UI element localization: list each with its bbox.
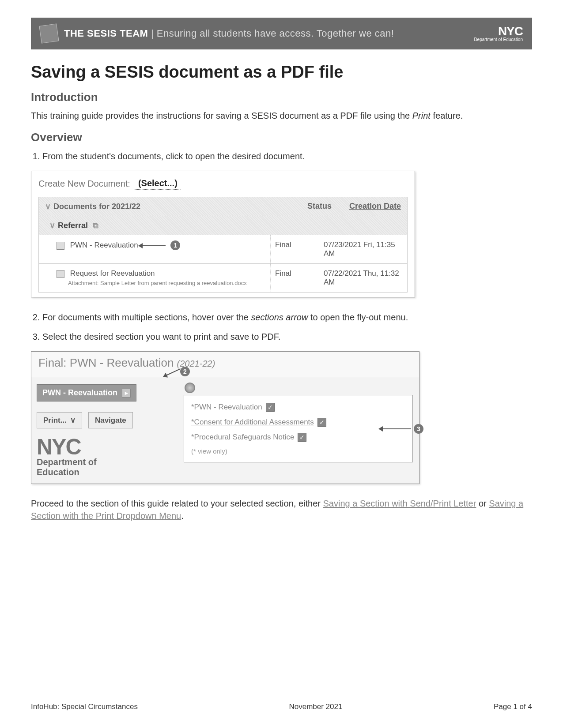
shot2-logo: NYC Department of Education [37, 437, 178, 477]
doc-name[interactable]: Request for Reevaluation [70, 269, 155, 278]
copy-icon: ⧉ [93, 221, 98, 230]
step-3: Select the desired section you want to p… [42, 330, 532, 343]
check-icon: ✓ [317, 418, 326, 427]
callout-marker-1: 1 [170, 240, 180, 250]
intro-paragraph: This training guide provides the instruc… [31, 109, 532, 122]
arrow-left-icon [142, 245, 166, 246]
banner-text: THE SESIS TEAM | Ensuring all students h… [64, 28, 394, 39]
chevron-down-icon: ∨ [49, 221, 55, 230]
flyout-note: (* view only) [189, 445, 407, 458]
dept-line1: Department of [37, 457, 178, 467]
footer-left: InfoHub: Special Circumstances [31, 702, 138, 711]
check-icon: ✓ [298, 433, 306, 442]
overview-heading: Overview [31, 131, 532, 144]
flyout-label: *Consent for Additional Assessments [191, 418, 314, 427]
section-tab[interactable]: PWN - Reevaluation ▸ [37, 384, 136, 402]
shot2-title-bar: Final: PWN - Reevaluation (2021-22) 2 [31, 352, 419, 378]
closing-paragraph: Proceed to the section of this guide rel… [31, 497, 532, 522]
table-row[interactable]: Request for Reevaluation Attachment: Sam… [38, 264, 408, 293]
callout-marker-2-wrap: 2 [166, 375, 190, 376]
navigate-button[interactable]: Navigate [88, 412, 133, 428]
toolbar: Print... ∨ Navigate [37, 412, 178, 428]
footer-right: Page 1 of 4 [494, 702, 532, 711]
arrow-diag-icon [166, 368, 181, 376]
subgroup-row[interactable]: ∨Referral ⧉ [38, 216, 408, 235]
nyc-logo-sub: Department of Education [474, 38, 523, 42]
col-group[interactable]: ∨Documents for 2021/22 [45, 202, 140, 211]
callout-marker-3: 3 [414, 424, 423, 434]
banner-left: THE SESIS TEAM | Ensuring all students h… [40, 25, 394, 42]
sections-arrow-icon[interactable]: ▸ [122, 389, 131, 398]
doc-name[interactable]: PWN - Reevaluation [70, 241, 138, 249]
check-icon: ✓ [266, 403, 275, 412]
create-label: Create New Document: [38, 179, 130, 189]
flyout-item[interactable]: *Consent for Additional Assessments ✓ [189, 415, 407, 430]
arrow-left-icon [382, 428, 411, 429]
dept-line2: Education [37, 467, 178, 477]
doc-status: Final [270, 264, 319, 292]
col-date: Creation Date [349, 202, 401, 211]
steps-list-2: For documents with multiple sections, ho… [42, 311, 532, 343]
doc-status: Final [270, 235, 319, 263]
doc-name-cell: PWN - Reevaluation 1 [39, 235, 270, 263]
step-2: For documents with multiple sections, ho… [42, 311, 532, 324]
intro-text-a: This training guide provides the instruc… [31, 111, 412, 120]
shot2-right-panel: *PWN - Reevaluation ✓ *Consent for Addit… [184, 378, 419, 484]
page-title: Saving a SESIS document as a PDF file [31, 63, 532, 82]
steps-list: From the student's documents, click to o… [42, 150, 532, 163]
col-status: Status [307, 202, 332, 211]
flyout-label: *PWN - Reevaluation [191, 403, 262, 412]
chevron-down-icon: ∨ [70, 416, 76, 425]
pushpin-icon[interactable] [185, 383, 195, 393]
header-banner: THE SESIS TEAM | Ensuring all students h… [31, 18, 532, 49]
screenshot-sections: Final: PWN - Reevaluation (2021-22) 2 PW… [31, 351, 419, 484]
intro-text-italic: Print [412, 111, 431, 120]
table-row[interactable]: PWN - Reevaluation 1 Final 07/23/2021 Fr… [38, 235, 408, 264]
intro-text-b: feature. [431, 111, 463, 120]
flyout-item[interactable]: *PWN - Reevaluation ✓ [189, 400, 407, 415]
shot2-left-panel: PWN - Reevaluation ▸ Print... ∨ Navigate… [31, 378, 184, 484]
banner-team: THE SESIS TEAM [64, 28, 148, 39]
flyout-label: *Procedural Safeguards Notice [191, 433, 294, 442]
print-button[interactable]: Print... ∨ [37, 412, 82, 428]
shot2-title-text: Final: PWN - Reevaluation [38, 356, 174, 369]
doc-name-cell: Request for Reevaluation Attachment: Sam… [39, 264, 270, 292]
doc-date: 07/23/2021 Fri, 11:35 AM [319, 235, 407, 263]
callout-marker-3-wrap: 3 [382, 424, 423, 434]
notebook-icon [39, 23, 59, 43]
document-icon [57, 270, 64, 278]
table-header: ∨Documents for 2021/22 Status Creation D… [38, 197, 408, 216]
chevron-down-icon: ∨ [45, 202, 51, 211]
nyc-logo-text: NYC [474, 25, 523, 38]
screenshot-documents: Create New Document: (Select...) ∨Docume… [31, 171, 415, 297]
flyout-item[interactable]: *Procedural Safeguards Notice ✓ [189, 430, 407, 445]
intro-heading: Introduction [31, 90, 532, 104]
step-1: From the student's documents, click to o… [42, 150, 532, 163]
document-icon [57, 242, 64, 250]
doc-date: 07/22/2021 Thu, 11:32 AM [319, 264, 407, 292]
callout-marker-2: 2 [180, 367, 190, 376]
tab-label: PWN - Reevaluation [42, 388, 117, 398]
banner-logo: NYC Department of Education [474, 25, 523, 42]
create-select[interactable]: (Select...) [135, 177, 181, 190]
subgroup-label: Referral [58, 221, 88, 230]
doc-attachment: Attachment: Sample Letter from parent re… [57, 280, 263, 286]
footer-center: November 2021 [289, 702, 342, 711]
nyc-logo: NYC [37, 437, 178, 457]
link-send-print[interactable]: Saving a Section with Send/Print Letter [323, 499, 476, 508]
create-new-row: Create New Document: (Select...) [38, 177, 408, 190]
page-footer: InfoHub: Special Circumstances November … [31, 702, 532, 711]
banner-tagline: Ensuring all students have access. Toget… [157, 28, 394, 39]
